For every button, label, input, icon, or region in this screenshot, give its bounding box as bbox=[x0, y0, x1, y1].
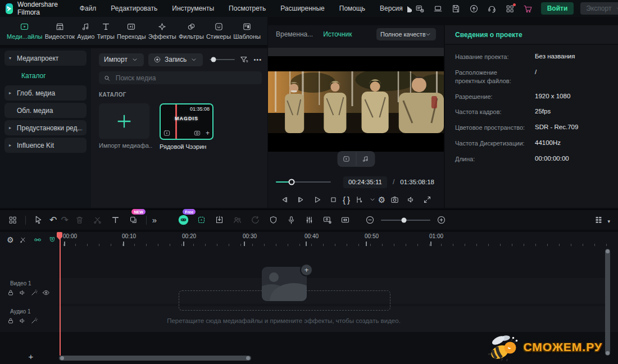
lock-icon[interactable] bbox=[7, 289, 15, 297]
screen-record-button[interactable] bbox=[320, 213, 334, 227]
play-button[interactable] bbox=[310, 193, 324, 206]
magic-wand-icon[interactable] bbox=[30, 289, 38, 297]
menu-file[interactable]: Файл bbox=[72, 4, 104, 12]
smart-cut-button[interactable] bbox=[194, 213, 208, 227]
tab-media-files[interactable]: Меди...айлы bbox=[7, 22, 42, 40]
menu-view[interactable]: Посмотреть bbox=[221, 4, 273, 12]
thumbnail-size-slider[interactable] bbox=[210, 59, 235, 60]
tab-stock-media[interactable]: Видеосток bbox=[45, 22, 75, 40]
support-headset-icon[interactable] bbox=[485, 2, 499, 15]
apps-grid-icon[interactable] bbox=[503, 2, 517, 15]
caret-down-icon[interactable]: ▾ bbox=[607, 219, 610, 224]
link-clips-icon[interactable] bbox=[32, 233, 43, 247]
device-icon[interactable] bbox=[431, 2, 446, 15]
seek-bar[interactable] bbox=[276, 181, 331, 183]
speaker-people-button[interactable] bbox=[230, 213, 244, 227]
horizontal-scrollbar[interactable] bbox=[59, 356, 251, 361]
export-frame-button[interactable] bbox=[212, 213, 226, 227]
sidebar-item-media-project[interactable]: ▾ Медиапроект bbox=[4, 51, 87, 66]
menu-edit[interactable]: Редактировать bbox=[103, 4, 165, 12]
cart-icon[interactable] bbox=[521, 2, 535, 15]
tab-templates[interactable]: Шаблоны bbox=[233, 22, 261, 40]
tab-timeline-preview[interactable]: Временна... bbox=[276, 30, 313, 38]
tab-stickers[interactable]: Стикеры bbox=[206, 22, 231, 40]
crop-tool-button[interactable]: NEW bbox=[126, 213, 140, 227]
sidebar-item-catalog[interactable]: Каталог bbox=[4, 68, 87, 83]
timeline-ruler[interactable]: 00:00 00:10 00:20 00:30 00:40 00:50 01:0… bbox=[59, 232, 618, 248]
tab-effects[interactable]: Эффекты bbox=[148, 22, 176, 40]
cut-button[interactable] bbox=[90, 213, 104, 227]
import-dropdown[interactable]: Импорт bbox=[99, 53, 144, 66]
add-track-button[interactable]: + bbox=[26, 351, 36, 361]
toolbox-grid-icon[interactable] bbox=[6, 213, 20, 227]
audio-mode-icon[interactable] bbox=[356, 152, 375, 166]
menu-advanced[interactable]: Расширенные bbox=[273, 4, 332, 12]
voiceover-mic-button[interactable] bbox=[284, 213, 298, 227]
mark-out-button[interactable]: } bbox=[347, 195, 350, 204]
zoom-slider-knob[interactable] bbox=[401, 217, 406, 222]
ai-copilot-button[interactable]: Free bbox=[176, 213, 190, 227]
mute-icon[interactable] bbox=[19, 317, 26, 325]
audio-mixer-button[interactable] bbox=[302, 213, 316, 227]
media-clip-thumbnail[interactable]: 01:35:08 MAGDIS + bbox=[160, 103, 213, 140]
clip-camera-icon[interactable] bbox=[193, 129, 201, 137]
upload-icon[interactable] bbox=[467, 2, 481, 15]
menu-version[interactable]: Версия bbox=[372, 4, 404, 12]
sidebar-item-presets[interactable]: ▸ Предустановки ред... bbox=[4, 120, 87, 135]
clip-add-icon[interactable]: + bbox=[206, 130, 210, 136]
timeline-zoom-slider[interactable] bbox=[381, 220, 430, 221]
search-input[interactable] bbox=[115, 74, 257, 83]
mute-icon[interactable] bbox=[19, 289, 26, 297]
more-tools-icon[interactable]: » bbox=[152, 216, 157, 224]
track-height-button[interactable] bbox=[592, 213, 606, 227]
vertical-scrollbar[interactable] bbox=[605, 249, 610, 356]
shield-button[interactable] bbox=[266, 213, 280, 227]
playback-settings-icon[interactable]: ⚙ bbox=[378, 195, 385, 204]
chevron-down-icon[interactable] bbox=[369, 193, 376, 206]
rotate-sync-button[interactable] bbox=[248, 213, 262, 227]
split-tool-button[interactable] bbox=[352, 193, 366, 206]
import-media-tile[interactable] bbox=[99, 103, 149, 139]
mark-in-button[interactable]: { bbox=[343, 195, 346, 204]
snap-magnet-icon[interactable] bbox=[47, 233, 58, 247]
previous-frame-button[interactable] bbox=[277, 193, 292, 206]
magic-wand-icon[interactable] bbox=[30, 317, 38, 325]
filter-icon[interactable] bbox=[239, 53, 249, 66]
sidebar-item-cloud-media[interactable]: Обл. медиа bbox=[4, 103, 87, 118]
undo-button[interactable]: ↶ bbox=[49, 216, 57, 225]
record-dropdown[interactable]: Запись bbox=[148, 53, 203, 66]
tab-titles[interactable]: Титры bbox=[97, 22, 114, 40]
zoom-in-button[interactable] bbox=[434, 213, 448, 227]
more-options-icon[interactable]: ••• bbox=[253, 57, 262, 63]
quality-dropdown[interactable]: Полное качество bbox=[376, 28, 436, 40]
update-check-icon[interactable] bbox=[413, 2, 428, 15]
snapshot-button[interactable] bbox=[387, 193, 402, 206]
slider-knob[interactable] bbox=[211, 57, 216, 62]
tab-transitions[interactable]: Переходы bbox=[117, 22, 146, 40]
zoom-out-button[interactable] bbox=[363, 213, 377, 227]
delete-button[interactable] bbox=[72, 213, 87, 227]
video-mode-icon[interactable] bbox=[337, 152, 356, 166]
save-icon[interactable] bbox=[449, 2, 463, 15]
auto-fit-button[interactable] bbox=[338, 213, 352, 227]
text-tool-button[interactable] bbox=[108, 213, 122, 227]
redo-button[interactable]: ↷ bbox=[61, 216, 68, 225]
fullscreen-button[interactable] bbox=[420, 193, 435, 206]
stop-button[interactable] bbox=[326, 193, 341, 206]
tab-filters[interactable]: Фильтры bbox=[179, 22, 204, 40]
seek-handle[interactable] bbox=[289, 179, 295, 185]
menu-help[interactable]: Помощь bbox=[332, 4, 372, 12]
media-search[interactable] bbox=[99, 71, 262, 84]
sidebar-item-influence-kit[interactable]: ▸ Influence Kit bbox=[4, 138, 87, 153]
tab-audio[interactable]: Аудио bbox=[77, 22, 94, 40]
timeline-settings-icon[interactable]: ⚙ bbox=[7, 236, 14, 244]
menu-tools[interactable]: Инструменты bbox=[165, 4, 221, 12]
tab-source-preview[interactable]: Источник bbox=[323, 30, 352, 38]
sidebar-item-global-media[interactable]: ▸ Глоб. медиа bbox=[4, 85, 87, 101]
current-time[interactable]: 00:24:35:11 bbox=[343, 176, 387, 188]
next-frame-button[interactable] bbox=[293, 193, 308, 206]
unlink-icon[interactable] bbox=[17, 233, 29, 247]
export-button[interactable]: Экспорт bbox=[580, 2, 618, 15]
visibility-eye-icon[interactable] bbox=[42, 289, 50, 297]
volume-button[interactable] bbox=[404, 193, 419, 206]
